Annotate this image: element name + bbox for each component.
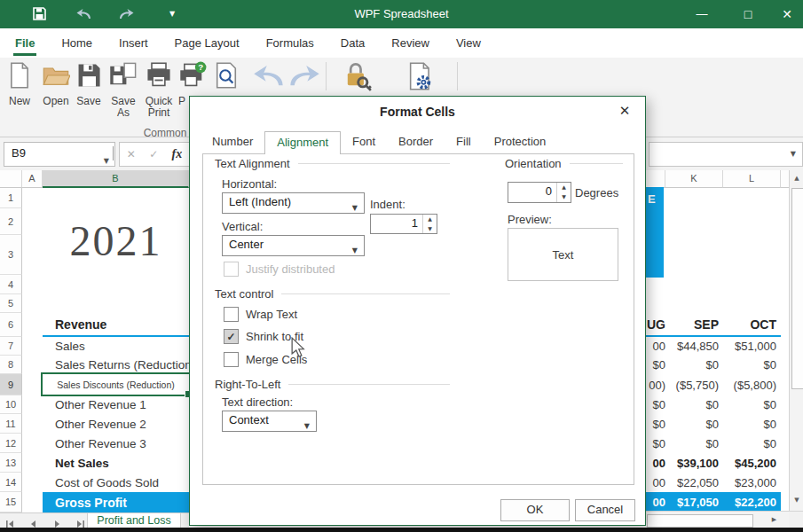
- vertical-scrollbar[interactable]: ▲ ▼: [789, 170, 803, 511]
- vertical-combobox[interactable]: Center ▼: [222, 235, 365, 256]
- cell-value[interactable]: $0: [723, 398, 781, 411]
- col-header-a[interactable]: A: [22, 170, 43, 188]
- right-row-8[interactable]: $0 $0 $0: [646, 356, 781, 374]
- dialog-tab-fill[interactable]: Fill: [445, 131, 483, 154]
- spin-up-icon[interactable]: ▲: [557, 183, 571, 192]
- cancel-button[interactable]: Cancel: [575, 499, 635, 521]
- right-row-15[interactable]: 00 $17,050 $22,200: [646, 492, 781, 512]
- row-header-12[interactable]: 12: [0, 434, 22, 453]
- cell-value[interactable]: $23,000: [723, 476, 781, 489]
- cell-other-revenue-2[interactable]: Other Revenue 2: [43, 414, 189, 434]
- degrees-spinner[interactable]: 0 ▲▼: [508, 182, 571, 203]
- right-row-11[interactable]: $0 $0 $0: [646, 414, 781, 434]
- new-button[interactable]: New: [0, 61, 39, 107]
- wrap-text-checkbox[interactable]: Wrap Text: [224, 307, 297, 322]
- row-header-10[interactable]: 10: [0, 395, 22, 414]
- cell-value[interactable]: $0: [646, 358, 665, 372]
- spin-up-icon[interactable]: ▲: [423, 215, 437, 224]
- minimize-button[interactable]: —: [689, 6, 715, 22]
- right-row-6[interactable]: UG SEP OCT: [646, 313, 781, 337]
- ok-button[interactable]: OK: [500, 499, 570, 521]
- cell-value[interactable]: $51,000: [723, 340, 781, 353]
- cell-value[interactable]: $22,050: [665, 476, 723, 489]
- row-header-6[interactable]: 6: [0, 313, 22, 337]
- row-header-1[interactable]: 1: [0, 188, 22, 208]
- cell-gross-profit[interactable]: Gross Profit: [43, 492, 189, 512]
- cell-value[interactable]: $0: [665, 398, 723, 411]
- tab-data[interactable]: Data: [327, 28, 378, 58]
- indent-spinner[interactable]: 1 ▲▼: [370, 214, 437, 234]
- scroll-up-icon[interactable]: ▲: [791, 171, 803, 186]
- cancel-entry-icon[interactable]: ✕: [127, 148, 136, 160]
- row-header-13[interactable]: 13: [0, 453, 22, 473]
- next-sheet-icon[interactable]: [51, 516, 64, 526]
- name-box-dropdown-icon[interactable]: ▼: [104, 151, 109, 172]
- cell-value[interactable]: $0: [665, 358, 723, 372]
- cell-value[interactable]: $45,200: [723, 457, 781, 470]
- cell-value[interactable]: $44,850: [665, 340, 723, 353]
- save-as-button[interactable]: Save As: [104, 61, 143, 119]
- document-settings-button[interactable]: [401, 61, 440, 95]
- cell-year[interactable]: 2021: [43, 207, 189, 274]
- name-box[interactable]: B9 ▼: [4, 142, 115, 167]
- dialog-close-icon[interactable]: ✕: [617, 103, 633, 119]
- cell-value[interactable]: $0: [646, 418, 665, 431]
- tab-formulas[interactable]: Formulas: [253, 28, 327, 58]
- save-button[interactable]: Save: [69, 61, 108, 107]
- cell-value[interactable]: ($5,750): [665, 379, 723, 392]
- row-header-14[interactable]: 14: [0, 473, 22, 492]
- cell-value[interactable]: 00: [646, 476, 665, 489]
- dialog-tab-alignment[interactable]: Alignment: [264, 131, 341, 154]
- close-button[interactable]: ✕: [774, 6, 800, 22]
- dialog-tab-number[interactable]: Number: [201, 131, 264, 154]
- cell-cost-of-goods[interactable]: Cost of Goods Sold: [43, 473, 189, 492]
- cell-value[interactable]: $0: [665, 418, 723, 431]
- vertical-scroll-thumb[interactable]: [791, 188, 803, 389]
- cell-value[interactable]: $0: [723, 358, 781, 372]
- cell-oct-header[interactable]: OCT: [723, 317, 781, 332]
- spin-down-icon[interactable]: ▼: [557, 192, 571, 202]
- right-row-10[interactable]: $0 $0 $0: [646, 395, 781, 414]
- scroll-right-icon[interactable]: ▶: [767, 514, 782, 526]
- horizontal-scroll-thumb[interactable]: [647, 514, 753, 528]
- cell-value[interactable]: $22,200: [723, 496, 781, 509]
- right-row-7[interactable]: 00 $44,850 $51,000: [646, 337, 781, 356]
- sheet-tab-profit-and-loss[interactable]: Profit and Loss: [87, 513, 181, 528]
- last-sheet-icon[interactable]: [75, 516, 87, 526]
- row-header-2[interactable]: 2: [0, 208, 22, 235]
- formula-bar-input[interactable]: ▼: [649, 142, 803, 167]
- cell-value[interactable]: $39,100: [665, 457, 723, 470]
- col-header-j-partial[interactable]: [646, 170, 665, 188]
- row-header-11[interactable]: 11: [0, 414, 22, 434]
- maximize-button[interactable]: □: [735, 6, 761, 22]
- cell-value[interactable]: $0: [723, 437, 781, 450]
- checkbox-box[interactable]: [224, 307, 239, 322]
- select-all-corner[interactable]: [0, 170, 22, 188]
- right-row-14[interactable]: 00 $22,050 $23,000: [646, 473, 781, 492]
- redo-button[interactable]: [285, 61, 324, 91]
- cell-value[interactable]: $0: [665, 437, 723, 450]
- cell-sep-header[interactable]: SEP: [665, 317, 723, 332]
- cell-revenue[interactable]: Revenue: [43, 313, 189, 337]
- row-header-3[interactable]: 3: [0, 235, 22, 275]
- col-header-l[interactable]: L: [723, 170, 781, 188]
- tab-review[interactable]: Review: [378, 28, 443, 58]
- row-header-4[interactable]: 4: [0, 275, 22, 294]
- tab-insert[interactable]: Insert: [106, 28, 161, 58]
- row-header-9[interactable]: 9: [0, 374, 22, 395]
- checkbox-box checked-icon[interactable]: ✓: [224, 329, 239, 344]
- cell-value[interactable]: ($5,800): [723, 379, 781, 392]
- row-header-7[interactable]: 7: [0, 337, 22, 356]
- formula-bar-expand-icon[interactable]: ▼: [791, 150, 796, 158]
- col-header-b[interactable]: B: [43, 170, 189, 188]
- right-row-12[interactable]: $0 $0 $0: [646, 434, 781, 453]
- horizontal-combobox[interactable]: Left (Indent) ▼: [222, 192, 365, 214]
- row-header-5[interactable]: 5: [0, 294, 22, 313]
- tab-page-layout[interactable]: Page Layout: [161, 28, 253, 58]
- cell-value[interactable]: $0: [723, 418, 781, 431]
- cell-other-revenue-1[interactable]: Other Revenue 1: [43, 395, 189, 414]
- right-row-9[interactable]: 00) ($5,750) ($5,800): [646, 374, 781, 395]
- prev-sheet-icon[interactable]: [28, 516, 41, 526]
- cell-value[interactable]: $0: [646, 398, 665, 411]
- cell-value[interactable]: 00: [646, 340, 665, 353]
